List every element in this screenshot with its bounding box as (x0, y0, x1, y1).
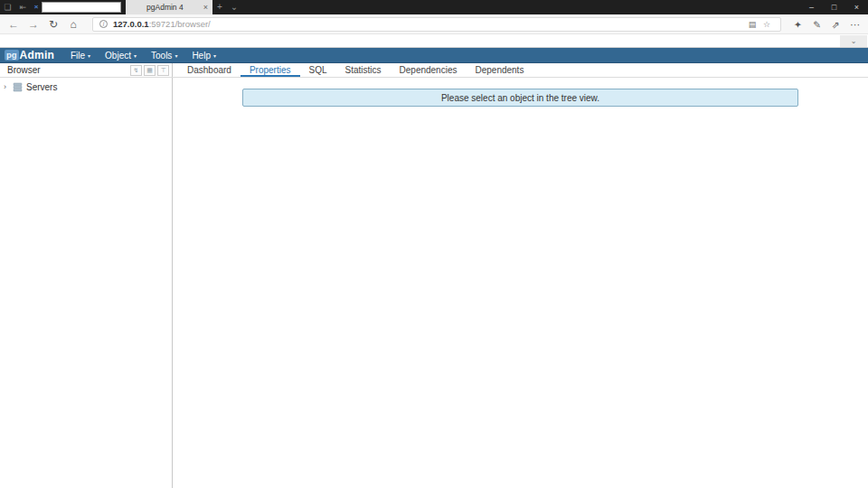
tab-statistics[interactable]: Statistics (336, 63, 391, 77)
main-panel: Please select an object in the tree view… (173, 78, 868, 488)
back-button[interactable]: ← (4, 15, 24, 33)
pgadmin-logo: pg Admin (5, 49, 54, 61)
detail-tabs: Dashboard Properties SQL Statistics Depe… (173, 63, 533, 77)
menu-object[interactable]: Object ▾ (98, 48, 144, 62)
pgadmin-logo-text: Admin (20, 49, 54, 61)
tab-dependencies[interactable]: Dependencies (391, 63, 467, 77)
tab-dependents[interactable]: Dependents (466, 63, 533, 77)
favorites-bar: ⌄ (0, 34, 868, 48)
web-note-pen-icon[interactable]: ✎ (807, 15, 826, 33)
titlebar-search-input[interactable] (42, 2, 121, 13)
info-alert: Please select an object in the tree view… (242, 89, 798, 107)
browser-panel-header: Browser ↯ ▦ ⊤ (0, 63, 173, 77)
favorites-overflow-chevron-icon[interactable]: ⌄ (840, 35, 867, 47)
forward-button[interactable]: → (24, 15, 43, 33)
reading-view-icon[interactable]: ▤ (745, 20, 760, 29)
header-row: Browser ↯ ▦ ⊤ Dashboard Properties SQL S… (0, 63, 868, 78)
refresh-button[interactable]: ↻ (43, 15, 63, 33)
tree-item-servers[interactable]: › Servers (0, 80, 172, 93)
tab-close-icon[interactable]: × (200, 3, 208, 12)
caret-down-icon: ▾ (175, 52, 177, 59)
caret-down-icon: ▾ (88, 52, 90, 59)
more-options-icon[interactable]: ⋯ (845, 15, 864, 33)
tab-sql[interactable]: SQL (300, 63, 336, 77)
caret-down-icon: ▾ (134, 52, 137, 59)
menu-tools[interactable]: Tools ▾ (144, 48, 184, 62)
pgadmin-navbar: pg Admin File ▾ Object ▾ Tools ▾ Help ▾ (0, 48, 868, 63)
new-tab-button[interactable]: + (212, 0, 227, 14)
tree-refresh-button[interactable]: ↯ (130, 65, 142, 76)
tree-filter-button[interactable]: ⊤ (157, 65, 169, 76)
browser-tree-panel: › Servers (0, 78, 172, 488)
close-window-button[interactable]: × (845, 0, 868, 14)
site-info-icon[interactable]: i (99, 20, 108, 28)
browser-tab-title: pgAdmin 4 (130, 3, 200, 12)
browser-panel-title: Browser (7, 65, 41, 75)
menu-object-label: Object (105, 51, 131, 61)
tree-item-label: Servers (26, 82, 57, 92)
pgadmin-logo-badge: pg (5, 50, 19, 61)
content-area: › Servers Please select an object in the… (0, 78, 868, 488)
tab-preview-chevron-icon[interactable]: ⌄ (227, 0, 241, 14)
hub-favorites-icon[interactable]: ✦ (788, 15, 807, 33)
home-button[interactable]: ⌂ (63, 15, 83, 33)
add-favorite-star-icon[interactable]: ☆ (760, 20, 774, 29)
caret-down-icon: ▾ (213, 52, 216, 59)
info-alert-message: Please select an object in the tree view… (441, 93, 599, 103)
browser-titlebar: ❏ ⇤ × pgAdmin 4 × + ⌄ – □ × (0, 0, 868, 14)
tab-dashboard[interactable]: Dashboard (178, 63, 241, 77)
tree-layout-button[interactable]: ▦ (144, 65, 156, 76)
window-controls: – □ × (800, 0, 868, 14)
url-text: 127.0.0.1:59721/browser/ (113, 19, 211, 29)
menu-file-label: File (71, 51, 85, 61)
titlebar-favicon-icon: × (31, 0, 42, 14)
address-bar[interactable]: i 127.0.0.1:59721/browser/ ▤ ☆ (92, 17, 781, 32)
share-icon[interactable]: ⇗ (826, 15, 845, 33)
menu-help[interactable]: Help ▾ (184, 48, 223, 62)
menu-help-label: Help (192, 51, 211, 61)
tabs-set-aside-icon[interactable]: ❏ (0, 0, 15, 14)
set-tabs-aside-icon[interactable]: ⇤ (15, 0, 31, 14)
url-host: 127.0.0.1 (113, 19, 149, 29)
minimize-button[interactable]: – (800, 0, 823, 14)
maximize-button[interactable]: □ (823, 0, 845, 14)
browser-toolbar: ← → ↻ ⌂ i 127.0.0.1:59721/browser/ ▤ ☆ ✦… (0, 14, 868, 34)
browser-tab-pgadmin[interactable]: pgAdmin 4 × (126, 0, 212, 14)
chevron-right-icon[interactable]: › (4, 80, 12, 93)
menu-file[interactable]: File ▾ (63, 48, 98, 62)
tab-properties[interactable]: Properties (241, 63, 300, 77)
server-group-icon (13, 82, 23, 92)
toolbar-right-icons: ✦ ✎ ⇗ ⋯ (788, 15, 864, 33)
menu-tools-label: Tools (151, 51, 172, 61)
url-path: :59721/browser/ (149, 19, 211, 29)
browser-panel-toolbar: ↯ ▦ ⊤ (128, 65, 169, 76)
